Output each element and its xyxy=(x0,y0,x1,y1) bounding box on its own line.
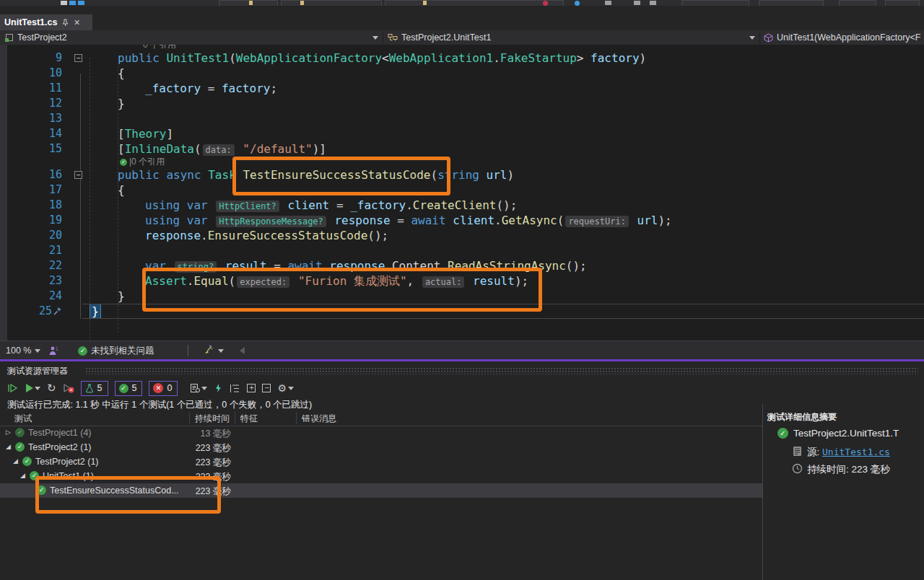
line-number[interactable]: 25 xyxy=(7,304,62,319)
test-name[interactable]: TestEnsureSuccessStatusCod... xyxy=(50,485,179,496)
document-health[interactable]: 未找到相关问题 xyxy=(78,341,154,360)
line-number[interactable]: 24 xyxy=(7,289,62,304)
line-number[interactable]: 20 xyxy=(7,228,62,243)
collapse-twisty-icon[interactable]: ◢ xyxy=(20,472,25,479)
test-name[interactable]: TestProject1 (4) xyxy=(28,428,92,438)
code-line[interactable]: 16−public async Task TestEnsureSuccessSt… xyxy=(0,167,924,183)
toolbar-fragment-icon[interactable] xyxy=(634,1,640,5)
codelens[interactable]: 0 个引用 xyxy=(0,45,924,50)
fold-gutter[interactable] xyxy=(62,96,90,111)
code-cleanup-icon[interactable] xyxy=(53,307,62,316)
column-divider[interactable] xyxy=(235,412,235,424)
codelens-label[interactable]: 0 个引用 xyxy=(143,45,176,50)
codelens-label[interactable]: |0 个引用 xyxy=(129,157,165,167)
fold-gutter[interactable] xyxy=(62,304,90,319)
zoom-control[interactable]: 100 % xyxy=(6,341,40,360)
test-row[interactable]: ◢UnitTest1 (1)223 毫秒 xyxy=(0,469,762,483)
code-line[interactable]: 18using var HttpClient? client = _factor… xyxy=(0,198,924,213)
breadcrumb-member[interactable]: UnitTest1(WebApplicationFactory<F xyxy=(764,30,921,45)
chevron-down-icon[interactable] xyxy=(372,36,378,40)
code-line[interactable]: 24} xyxy=(0,289,924,304)
test-name[interactable]: TestProject2 (1) xyxy=(28,442,92,452)
fold-gutter[interactable] xyxy=(62,141,90,157)
toolbar-fragment-stop-icon[interactable] xyxy=(543,1,548,6)
cancel-run-button[interactable] xyxy=(63,383,74,393)
code-line[interactable]: 11_factory = factory; xyxy=(0,81,924,96)
code-text[interactable]: { xyxy=(90,183,125,198)
line-number[interactable]: 14 xyxy=(7,126,62,141)
source-link[interactable]: UnitTest1.cs xyxy=(822,447,890,457)
fold-gutter[interactable] xyxy=(62,228,90,243)
codelens[interactable]: |0 个引用 xyxy=(0,157,924,167)
pin-icon[interactable] xyxy=(61,19,69,27)
code-line[interactable]: 9−public UnitTest1(WebApplicationFactory… xyxy=(0,50,924,66)
column-divider[interactable] xyxy=(296,412,297,424)
fold-gutter[interactable] xyxy=(62,243,90,258)
code-text[interactable]: [Theory] xyxy=(90,126,173,141)
badge-passed-tests[interactable]: 5 xyxy=(115,381,143,396)
column-duration[interactable]: 持续时间 xyxy=(195,413,230,425)
run-all-button[interactable] xyxy=(7,383,19,393)
line-number[interactable]: 11 xyxy=(7,81,62,96)
line-number[interactable]: 18 xyxy=(7,198,62,213)
line-number[interactable]: 17 xyxy=(7,183,62,198)
code-line[interactable]: 20response.EnsureSuccessStatusCode(); xyxy=(0,228,924,243)
fold-gutter[interactable] xyxy=(62,273,90,289)
code-line[interactable]: 10{ xyxy=(0,66,924,81)
repeat-run-button[interactable]: ↻ xyxy=(47,382,56,395)
badge-failed-tests[interactable]: 0 xyxy=(149,381,178,396)
playlist-button[interactable] xyxy=(190,383,207,393)
code-text[interactable]: } xyxy=(90,289,125,304)
tab-unittest1[interactable]: UnitTest1.cs × xyxy=(0,14,92,30)
code-text[interactable]: _factory = factory; xyxy=(90,81,277,96)
code-line[interactable]: 23Assert.Equal(expected: "Furion 集成测试", … xyxy=(0,273,924,289)
scroll-left-button[interactable] xyxy=(240,341,245,360)
fold-gutter[interactable]: − xyxy=(62,167,90,183)
badge-total-tests[interactable]: 5 xyxy=(81,381,108,396)
collapse-all-button[interactable]: − xyxy=(262,384,271,392)
fold-gutter[interactable] xyxy=(62,213,90,228)
collapse-twisty-icon[interactable]: ◢ xyxy=(13,457,18,465)
fold-gutter[interactable] xyxy=(62,198,90,213)
code-line[interactable]: 15[InlineData(data: "/default")] xyxy=(0,141,924,157)
code-text[interactable]: response.EnsureSuccessStatusCode(); xyxy=(90,228,388,243)
code-text[interactable]: { xyxy=(90,66,125,81)
fold-collapse-icon[interactable]: − xyxy=(74,171,82,179)
code-editor[interactable]: 0 个引用9−public UnitTest1(WebApplicationFa… xyxy=(0,45,924,340)
fold-gutter[interactable] xyxy=(62,81,90,96)
fold-gutter[interactable] xyxy=(62,258,90,273)
toolbar-fragment-icon[interactable] xyxy=(69,1,76,5)
code-line[interactable]: 19using var HttpResponseMessage? respons… xyxy=(0,213,924,228)
run-failed-button[interactable] xyxy=(214,383,223,393)
test-row[interactable]: ◢TestProject2 (1)223 毫秒 xyxy=(0,454,762,469)
code-text[interactable]: public UnitTest1(WebApplicationFactory<W… xyxy=(90,50,646,66)
line-number[interactable]: 13 xyxy=(7,111,62,126)
toolbar-fragment-icon[interactable] xyxy=(78,1,84,5)
code-line[interactable]: 17{ xyxy=(0,183,924,198)
chevron-down-icon[interactable] xyxy=(749,36,755,40)
line-number[interactable]: 15 xyxy=(7,141,62,157)
test-row[interactable]: ▷TestProject1 (4)13 毫秒 xyxy=(0,426,762,440)
column-divider[interactable] xyxy=(189,412,190,424)
toolbar-fragment-doc-icon[interactable] xyxy=(61,1,67,5)
panel-drag-texture[interactable] xyxy=(85,367,918,374)
toolbar-fragment-icon[interactable] xyxy=(605,1,611,5)
fold-collapse-icon[interactable]: − xyxy=(74,54,82,62)
code-line[interactable]: 21 xyxy=(0,243,924,258)
code-line[interactable]: 25} xyxy=(0,304,924,319)
line-number[interactable]: 21 xyxy=(7,243,62,258)
breadcrumb-type[interactable]: TestProject2.UnitTest1 xyxy=(388,30,491,45)
line-number[interactable]: 19 xyxy=(7,213,62,228)
toolbar-fragment-icon[interactable] xyxy=(575,1,580,6)
code-text[interactable]: } xyxy=(90,96,125,111)
fold-gutter[interactable]: − xyxy=(62,50,90,66)
line-number[interactable]: 10 xyxy=(7,66,62,81)
code-text[interactable]: public async Task TestEnsureSuccessStatu… xyxy=(90,167,514,183)
code-text[interactable]: [InlineData(data: "/default")] xyxy=(90,141,326,157)
expand-all-button[interactable]: + xyxy=(247,384,256,392)
group-by-button[interactable] xyxy=(230,384,240,393)
code-line[interactable]: 14[Theory] xyxy=(0,126,924,141)
code-cleanup-button[interactable] xyxy=(202,341,224,360)
breadcrumb-project[interactable]: TestProject2 xyxy=(4,30,67,45)
line-number[interactable]: 16 xyxy=(7,167,62,183)
